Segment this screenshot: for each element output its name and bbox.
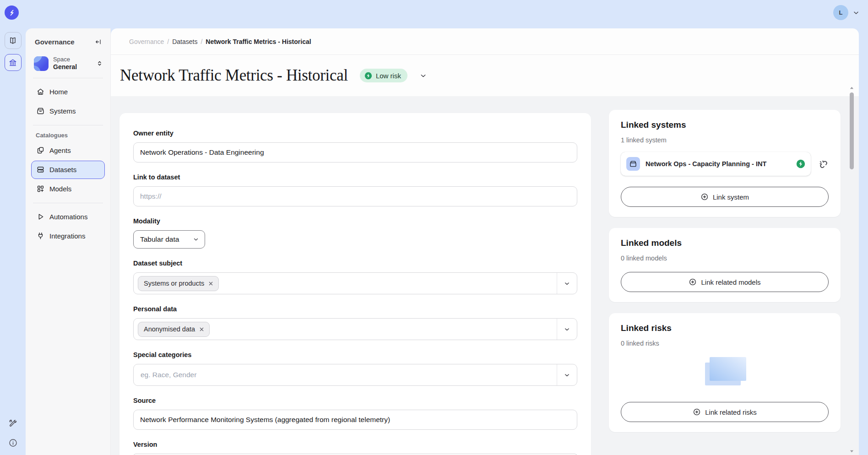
sidebar-item-automations[interactable]: Automations xyxy=(31,208,105,226)
app-logo[interactable] xyxy=(5,5,19,20)
linked-systems-card: Linked systems 1 linked system Network O… xyxy=(609,110,841,217)
chevrons-up-down-icon xyxy=(96,60,103,67)
sidebar-section-catalogues: Catalogues xyxy=(36,132,105,139)
dropdown-chevron[interactable] xyxy=(557,273,577,294)
link-system-label: Link system xyxy=(713,193,749,201)
sidebar-collapse-button[interactable] xyxy=(94,38,102,46)
status-bolt-icon xyxy=(796,159,805,168)
sidebar-item-datasets[interactable]: Datasets xyxy=(31,161,105,179)
sidebar-item-systems[interactable]: Systems xyxy=(31,102,105,120)
dataset-form-card: Owner entity Link to dataset Modality Ta… xyxy=(119,113,591,455)
breadcrumb-separator: / xyxy=(167,38,169,45)
special-categories-multiselect[interactable]: eg. Race, Gender xyxy=(133,364,577,386)
sidebar-item-home[interactable]: Home xyxy=(31,83,105,101)
plus-circle-icon xyxy=(693,408,701,416)
rail-library-button[interactable] xyxy=(5,32,22,49)
sidebar-item-label: Home xyxy=(49,88,68,96)
chevron-down-icon xyxy=(419,72,427,80)
grid-plus-icon xyxy=(36,184,45,193)
sidebar-item-label: Automations xyxy=(49,213,87,221)
sidebar-item-models[interactable]: Models xyxy=(31,180,105,198)
source-input[interactable] xyxy=(133,410,577,430)
modality-value: Tabular data xyxy=(140,235,179,244)
play-icon xyxy=(36,212,45,221)
linked-entities-column: Linked systems 1 linked system Network O… xyxy=(609,110,841,432)
detail-panel: Owner entity Link to dataset Modality Ta… xyxy=(111,96,859,455)
plus-circle-icon xyxy=(700,193,709,201)
sidebar-item-label: Systems xyxy=(49,107,76,115)
account-menu-chevron-icon[interactable] xyxy=(852,9,860,16)
sidebar-item-label: Integrations xyxy=(49,232,85,240)
personal-data-label: Personal data xyxy=(133,304,577,314)
dropdown-chevron[interactable] xyxy=(557,319,577,340)
chevron-down-icon xyxy=(564,280,570,287)
scroll-up-icon[interactable] xyxy=(850,86,854,90)
scroll-down-icon[interactable] xyxy=(850,449,854,453)
sidebar-item-integrations[interactable]: Integrations xyxy=(31,227,105,245)
chip-remove-icon[interactable] xyxy=(208,281,214,287)
link-system-button[interactable]: Link system xyxy=(621,187,829,207)
link-related-risks-label: Link related risks xyxy=(705,408,757,416)
dataset-subject-chip: Systems or products xyxy=(138,276,219,291)
space-name: General xyxy=(53,63,77,71)
breadcrumb-separator: / xyxy=(201,38,202,45)
home-icon xyxy=(36,87,45,96)
linked-system-row[interactable]: Network Ops - Capacity Planning - INT xyxy=(621,152,811,176)
link-to-dataset-label: Link to dataset xyxy=(133,173,577,182)
source-label: Source xyxy=(133,396,577,405)
dropdown-chevron[interactable] xyxy=(557,364,577,385)
page-header: Network Traffic Metrics - Historical Low… xyxy=(111,55,859,96)
sidebar-item-agents[interactable]: Agents xyxy=(31,141,105,160)
link-related-models-button[interactable]: Link related models xyxy=(621,272,829,292)
chevron-down-icon xyxy=(193,236,199,243)
rail-governance-button[interactable] xyxy=(5,54,22,71)
breadcrumb-datasets[interactable]: Datasets xyxy=(172,38,197,45)
sidebar-divider xyxy=(33,78,103,78)
chevron-down-icon xyxy=(564,372,570,379)
modality-select[interactable]: Tabular data xyxy=(133,230,205,249)
linked-system-name: Network Ops - Capacity Planning - INT xyxy=(646,160,791,168)
dataset-subject-multiselect[interactable]: Systems or products xyxy=(133,272,577,294)
title-menu-chevron[interactable] xyxy=(419,72,427,80)
info-icon[interactable] xyxy=(8,438,18,448)
link-related-risks-button[interactable]: Link related risks xyxy=(621,402,829,422)
link-related-models-label: Link related models xyxy=(701,278,760,286)
chip-label: Anonymised data xyxy=(144,325,195,333)
unlink-system-button[interactable] xyxy=(818,159,829,169)
multiselect-placeholder: eg. Race, Gender xyxy=(138,371,557,379)
copy-icon xyxy=(36,146,45,155)
space-avatar xyxy=(34,56,49,71)
linked-systems-title: Linked systems xyxy=(621,120,829,130)
archive-box-icon xyxy=(629,160,637,168)
sidebar: Governance Space General Home Systems Ca… xyxy=(26,28,111,455)
sidebar-item-label: Agents xyxy=(49,146,71,154)
user-avatar[interactable]: L xyxy=(833,5,848,20)
logo-bolt-icon xyxy=(8,9,16,17)
scrollbar-thumb[interactable] xyxy=(850,92,854,169)
risk-badge[interactable]: Low risk xyxy=(360,69,407,82)
space-switcher[interactable]: Space General xyxy=(31,52,105,73)
tools-icon[interactable] xyxy=(8,418,18,428)
risk-bolt-icon xyxy=(364,72,372,80)
linked-risks-card: Linked risks 0 linked risks Link related… xyxy=(609,313,841,432)
linked-systems-count: 1 linked system xyxy=(621,136,829,144)
empty-state-illustration xyxy=(621,350,829,401)
vertical-scrollbar[interactable] xyxy=(849,86,854,453)
link-to-dataset-input[interactable] xyxy=(133,186,577,206)
breadcrumb: Governance / Datasets / Network Traffic … xyxy=(111,28,859,55)
owner-entity-label: Owner entity xyxy=(133,129,577,138)
breadcrumb-governance[interactable]: Governance xyxy=(129,38,164,45)
linked-models-count: 0 linked models xyxy=(621,255,829,262)
version-label: Version xyxy=(133,440,577,449)
sidebar-divider xyxy=(33,203,103,203)
owner-entity-input[interactable] xyxy=(133,142,577,162)
chip-remove-icon[interactable] xyxy=(199,326,205,332)
personal-data-multiselect[interactable]: Anonymised data xyxy=(133,318,577,340)
linked-risks-title: Linked risks xyxy=(621,323,829,333)
top-bar: L xyxy=(0,0,868,28)
linked-models-title: Linked models xyxy=(621,238,829,248)
bank-icon xyxy=(8,58,17,67)
main-content: Governance / Datasets / Network Traffic … xyxy=(111,28,859,455)
sidebar-title: Governance xyxy=(35,38,75,46)
modality-label: Modality xyxy=(133,217,577,226)
